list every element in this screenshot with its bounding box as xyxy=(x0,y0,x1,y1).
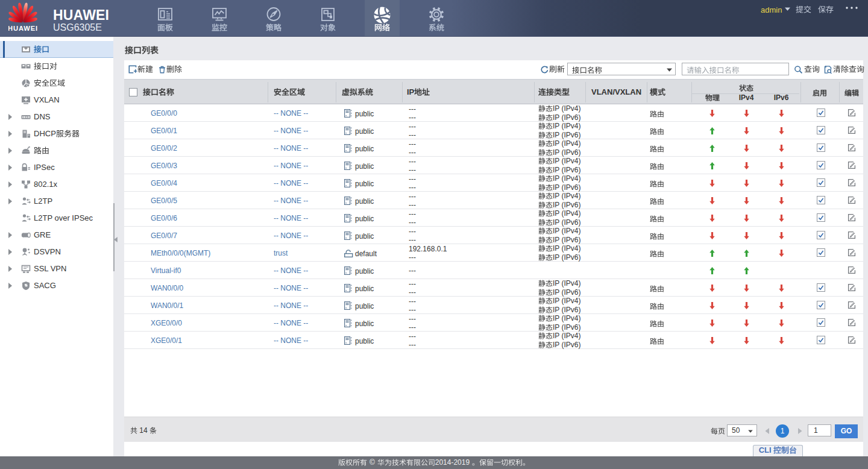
svg-text:HUAWEI: HUAWEI xyxy=(8,25,37,32)
